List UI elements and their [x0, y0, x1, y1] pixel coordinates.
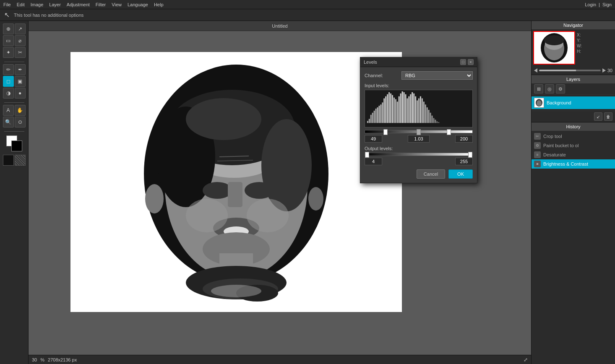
svg-point-76	[537, 100, 542, 106]
menu-language[interactable]: Language	[128, 2, 148, 7]
menu-image[interactable]: Image	[31, 2, 44, 7]
history-header: History	[532, 122, 615, 131]
output-min-value[interactable]	[365, 158, 382, 165]
pan-tool[interactable]: ⊙	[15, 117, 26, 127]
tool-row-8: 🔍 ⊙	[3, 117, 26, 127]
layers-icon-1[interactable]: ⊞	[534, 84, 543, 94]
levels-close-btn[interactable]: ×	[468, 59, 474, 65]
tool-divider-2	[4, 102, 24, 103]
background-color[interactable]	[11, 140, 22, 151]
output-levels-slider[interactable]	[365, 153, 473, 156]
login-link[interactable]: Login	[585, 2, 596, 7]
text-tool[interactable]: A	[3, 105, 14, 116]
layer-thumbnail-img	[534, 98, 544, 107]
input-max-value[interactable]	[455, 135, 473, 143]
menu-adjustment[interactable]: Adjustment	[67, 2, 90, 7]
svg-rect-34	[382, 102, 383, 123]
menu-filter[interactable]: Filter	[96, 2, 106, 7]
svg-rect-51	[410, 94, 411, 123]
rect-select-tool[interactable]: ▭	[3, 35, 14, 46]
menu-edit[interactable]: Edit	[17, 2, 25, 7]
input-mid-handle[interactable]	[417, 129, 421, 135]
layer-item-background[interactable]: Background	[532, 96, 615, 109]
tool-row-5: ◻ ▣	[3, 76, 26, 87]
menu-layer[interactable]: Layer	[49, 2, 61, 7]
paint-bucket-tool[interactable]: ▣	[15, 76, 26, 87]
svg-rect-41	[393, 98, 395, 123]
history-item-crop[interactable]: ✂ Crop tool	[532, 132, 615, 141]
pattern-gray[interactable]	[15, 155, 26, 166]
main-layout: ⊕ ↗ ▭ ⌀ ✦ ✂ ✏ ✒ ◻ ▣ ◑ ●	[0, 21, 615, 364]
output-shadow-handle[interactable]	[365, 152, 369, 158]
hand-tool[interactable]: ✋	[15, 105, 26, 116]
layer-delete-btn[interactable]: 🗑	[604, 112, 612, 121]
pattern-black[interactable]	[3, 155, 14, 166]
svg-rect-49	[407, 99, 408, 123]
status-zoom-unit: %	[40, 357, 44, 362]
sign-link[interactable]: Sign	[602, 2, 612, 7]
channel-select[interactable]: RBG Red Green Blue	[401, 71, 473, 80]
svg-rect-26	[369, 119, 370, 123]
cancel-button[interactable]: Cancel	[417, 169, 445, 179]
pencil-tool[interactable]: ✒	[15, 64, 26, 75]
ok-button[interactable]: OK	[448, 169, 473, 179]
menu-help[interactable]: Help	[154, 2, 164, 7]
eyedropper-tool[interactable]: ✂	[15, 47, 26, 58]
menu-bar: File Edit Image Layer Adjustment Filter …	[0, 0, 615, 9]
output-max-value[interactable]	[455, 158, 473, 165]
brush-tool[interactable]: ✏	[3, 64, 14, 75]
levels-window-controls: □ ×	[460, 59, 474, 65]
input-highlight-handle[interactable]	[447, 129, 451, 135]
history-icon-crop: ✂	[534, 133, 541, 140]
svg-point-16	[308, 187, 323, 211]
menu-view[interactable]: View	[112, 2, 122, 7]
dodge-tool[interactable]: ◑	[3, 88, 14, 99]
layers-icon-3[interactable]: ⚙	[556, 84, 565, 94]
magic-wand-tool[interactable]: ✦	[3, 47, 14, 58]
input-min-value[interactable]	[365, 135, 382, 143]
input-levels-slider[interactable]	[365, 130, 473, 133]
eraser-tool[interactable]: ◻	[3, 76, 14, 87]
zoom-out-icon[interactable]	[534, 68, 537, 73]
history-item-desaturate[interactable]: ≡ Desaturate	[532, 150, 615, 159]
zoom-slider[interactable]	[539, 70, 601, 71]
svg-rect-9	[228, 182, 242, 207]
svg-point-18	[247, 199, 289, 232]
pattern-swatches	[3, 155, 26, 166]
svg-point-73	[544, 35, 564, 45]
lasso-tool[interactable]: ⌀	[15, 35, 26, 46]
canvas-content[interactable]: Levels □ × Channel: RBG Red Green	[29, 31, 531, 355]
zoom-in-icon[interactable]	[602, 68, 606, 73]
status-zoom-value: 30	[32, 357, 37, 362]
navigator-zoom-row: 30	[532, 66, 615, 75]
arrow-tool[interactable]: ↗	[15, 23, 26, 34]
burn-tool[interactable]: ●	[15, 88, 26, 99]
input-mid-value[interactable]	[408, 135, 430, 143]
layer-add-btn[interactable]: ↙	[594, 112, 602, 121]
history-item-paintbucket[interactable]: ⚙ Paint bucket to ol	[532, 141, 615, 150]
input-shadow-handle[interactable]	[383, 129, 388, 135]
move-tool[interactable]: ⊕	[3, 23, 14, 34]
history-icon-desaturate: ≡	[534, 151, 541, 158]
svg-rect-61	[427, 107, 428, 123]
svg-rect-67	[436, 121, 438, 123]
layers-title: Layers	[566, 77, 580, 82]
svg-rect-64	[432, 116, 433, 123]
zoom-tool[interactable]: 🔍	[3, 117, 14, 127]
layers-section: Layers ⊞ ◎ ⚙ Background	[532, 75, 615, 122]
left-toolbar: ⊕ ↗ ▭ ⌀ ✦ ✂ ✏ ✒ ◻ ▣ ◑ ●	[0, 21, 29, 364]
svg-point-7	[203, 182, 232, 199]
levels-dialog-title: Levels	[364, 60, 377, 65]
menu-file[interactable]: File	[3, 2, 11, 7]
history-item-brightness[interactable]: ≡ Brightness & Contrast	[532, 159, 615, 169]
svg-point-21	[186, 98, 261, 140]
svg-rect-33	[380, 104, 381, 123]
output-highlight-handle[interactable]	[468, 152, 472, 158]
navigator-preview[interactable]	[533, 31, 575, 65]
svg-rect-25	[367, 121, 368, 123]
levels-maximize-btn[interactable]: □	[460, 59, 466, 65]
tool-row-3: ✦ ✂	[3, 47, 26, 58]
svg-rect-38	[388, 92, 390, 123]
input-track	[365, 130, 473, 133]
layers-icon-2[interactable]: ◎	[545, 84, 554, 94]
